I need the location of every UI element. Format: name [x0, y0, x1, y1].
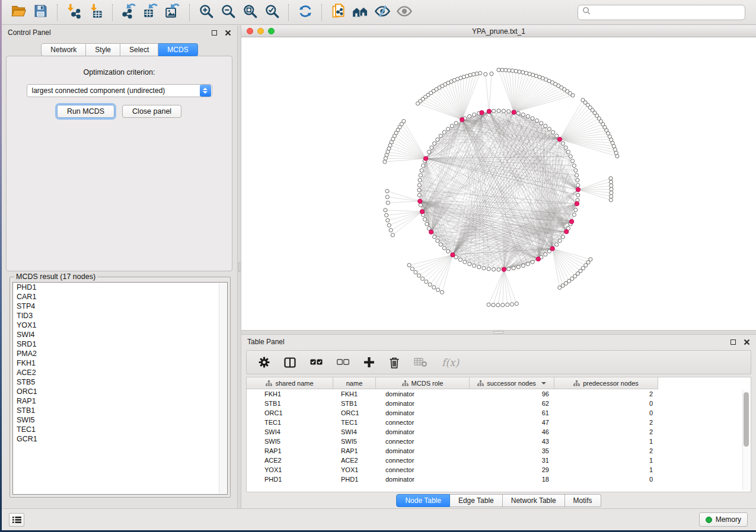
tab-select[interactable]: Select — [120, 43, 158, 56]
network-node[interactable] — [572, 164, 576, 168]
network-node[interactable] — [526, 114, 529, 118]
table-row[interactable]: SWI5SWI5connector431 — [247, 437, 751, 446]
network-node[interactable] — [521, 264, 525, 267]
delete-column-button[interactable] — [389, 357, 400, 368]
network-node[interactable] — [463, 260, 467, 264]
network-node[interactable] — [558, 239, 562, 242]
float-panel-icon[interactable] — [731, 339, 736, 345]
mcds-dominator-node[interactable] — [576, 187, 580, 191]
network-node[interactable] — [569, 155, 572, 158]
network-node[interactable] — [421, 277, 425, 280]
tab-motifs[interactable]: Motifs — [565, 494, 601, 507]
network-node[interactable] — [417, 274, 421, 277]
network-node[interactable] — [417, 193, 421, 197]
network-node[interactable] — [511, 69, 514, 72]
network-node[interactable] — [521, 113, 525, 117]
network-node[interactable] — [610, 191, 613, 194]
network-node[interactable] — [555, 243, 559, 246]
table-row[interactable]: FKH1FKH1dominator962 — [247, 389, 751, 399]
network-node[interactable] — [419, 203, 422, 207]
mcds-result-item[interactable]: RAP1 — [13, 396, 227, 406]
network-node[interactable] — [436, 239, 439, 242]
mcds-dominator-node[interactable] — [536, 257, 540, 261]
export-table-button[interactable] — [140, 1, 162, 24]
network-node[interactable] — [487, 303, 490, 306]
export-network-button[interactable] — [118, 1, 140, 24]
delete-table-button[interactable] — [414, 357, 428, 367]
network-node[interactable] — [383, 160, 387, 164]
hide-selected-button[interactable] — [371, 1, 393, 24]
network-node[interactable] — [576, 178, 579, 182]
column-header-MCDS-role[interactable]: MCDS role — [376, 377, 470, 389]
network-node[interactable] — [497, 109, 500, 113]
mcds-dominator-node[interactable] — [420, 210, 424, 214]
mcds-result-item[interactable]: PMA2 — [13, 349, 227, 358]
table-settings-button[interactable] — [259, 357, 270, 368]
column-header-name[interactable]: name — [333, 377, 376, 389]
tab-mcds[interactable]: MCDS — [158, 43, 197, 56]
column-header-predecessor-nodes[interactable]: predecessor nodes — [554, 377, 658, 389]
memory-button[interactable]: Memory — [699, 512, 748, 527]
network-node[interactable] — [609, 198, 613, 202]
mcds-dominator-node[interactable] — [460, 117, 464, 121]
show-all-button[interactable] — [393, 1, 415, 24]
close-panel-icon[interactable] — [225, 30, 231, 36]
float-panel-icon[interactable] — [212, 30, 217, 36]
network-node[interactable] — [531, 117, 534, 120]
network-node[interactable] — [442, 130, 446, 134]
create-column-button[interactable] — [363, 357, 375, 368]
houses-button[interactable] — [349, 1, 371, 24]
mcds-result-item[interactable]: SWI4 — [13, 330, 227, 339]
network-node[interactable] — [566, 150, 570, 153]
network-node[interactable] — [535, 119, 539, 123]
network-node[interactable] — [507, 69, 511, 72]
network-node[interactable] — [487, 267, 490, 271]
network-node[interactable] — [417, 188, 421, 192]
network-node[interactable] — [473, 264, 476, 267]
save-session-button[interactable] — [30, 1, 52, 24]
network-node[interactable] — [558, 286, 562, 289]
network-node[interactable] — [492, 109, 496, 113]
column-header-shared-name[interactable]: shared name — [247, 377, 333, 389]
unselect-all-columns-button[interactable] — [337, 359, 349, 366]
mcds-result-item[interactable]: GCR1 — [13, 434, 227, 444]
network-node[interactable] — [547, 127, 551, 131]
horizontal-splitter[interactable] — [241, 330, 756, 335]
network-node[interactable] — [482, 267, 486, 270]
mcds-result-item[interactable]: PHD1 — [13, 283, 227, 292]
mcds-result-item[interactable]: YOX1 — [13, 321, 227, 330]
result-list-scrollbar[interactable] — [219, 283, 227, 493]
network-node[interactable] — [436, 138, 439, 142]
mcds-dominator-node[interactable] — [502, 267, 506, 271]
network-node[interactable] — [492, 303, 495, 307]
network-node[interactable] — [555, 134, 559, 137]
network-node[interactable] — [454, 121, 458, 125]
network-node[interactable] — [468, 262, 471, 266]
mcds-dominator-node[interactable] — [423, 156, 428, 161]
network-node[interactable] — [528, 72, 531, 76]
mcds-result-item[interactable]: TEC1 — [13, 425, 227, 434]
network-node[interactable] — [576, 193, 580, 197]
mcds-dominator-node[interactable] — [557, 137, 562, 142]
close-panel-button[interactable]: Close panel — [122, 105, 181, 118]
network-node[interactable] — [521, 70, 525, 74]
network-window-titlebar[interactable]: YPA_prune.txt_1 — [241, 25, 756, 37]
table-row[interactable]: SWI4SWI4dominator462 — [247, 427, 751, 437]
mcds-dominator-node[interactable] — [550, 246, 554, 251]
network-node[interactable] — [515, 302, 518, 306]
network-node[interactable] — [609, 180, 613, 184]
mcds-result-item[interactable]: STP4 — [13, 302, 227, 311]
import-network-button[interactable] — [63, 1, 85, 24]
task-history-button[interactable] — [9, 513, 24, 527]
network-node[interactable] — [386, 201, 390, 204]
network-node[interactable] — [561, 142, 564, 145]
mcds-dominator-node[interactable] — [512, 110, 516, 114]
network-node[interactable] — [433, 235, 436, 239]
network-node[interactable] — [384, 209, 387, 212]
table-scrollbar[interactable] — [742, 390, 749, 491]
network-node[interactable] — [420, 169, 423, 172]
network-node[interactable] — [504, 68, 508, 72]
tab-edge-table[interactable]: Edge Table — [450, 494, 503, 507]
mcds-dominator-node[interactable] — [487, 109, 491, 113]
network-node[interactable] — [610, 194, 613, 198]
